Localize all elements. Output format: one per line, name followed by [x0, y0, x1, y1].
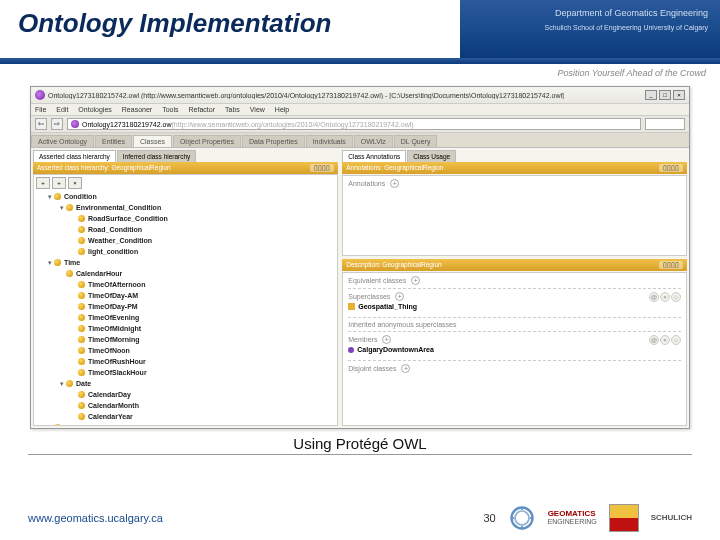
class-label: Condition — [64, 191, 97, 202]
logo-main-text: GEOMATICS — [548, 509, 596, 518]
menu-view[interactable]: View — [250, 106, 265, 113]
class-bullet-icon — [78, 226, 85, 233]
menu-ontologies[interactable]: Ontologies — [78, 106, 111, 113]
nav-fwd-button[interactable]: ⇨ — [51, 118, 63, 130]
tree-node[interactable]: ▸Accident_Record — [36, 422, 335, 426]
edit-superclass-button[interactable]: @ — [649, 292, 659, 302]
add-sibling-button[interactable]: + — [36, 177, 50, 189]
class-bullet-icon — [54, 193, 61, 200]
delete-class-button[interactable]: × — [68, 177, 82, 189]
tab-data-properties[interactable]: Data Properties — [242, 135, 305, 147]
tree-node[interactable]: CalendarYear — [36, 411, 335, 422]
tab-class-annotations[interactable]: Class Annotations — [342, 150, 406, 162]
edit-member-button[interactable]: @ — [649, 335, 659, 345]
class-label: CalendarYear — [88, 411, 133, 422]
remove-superclass-button[interactable]: × — [660, 292, 670, 302]
tree-node[interactable]: CalendarMonth — [36, 400, 335, 411]
tab-inferred-hierarchy[interactable]: Inferred class hierarchy — [117, 150, 197, 162]
class-label: CalendarHour — [76, 268, 122, 279]
search-input[interactable] — [645, 118, 685, 130]
tree-node[interactable]: Road_Condition — [36, 224, 335, 235]
tree-node[interactable]: TimeOfDay-PM — [36, 301, 335, 312]
add-equivalent-button[interactable]: + — [411, 276, 420, 285]
tree-node[interactable]: CalendarDay — [36, 389, 335, 400]
expand-icon[interactable]: ▾ — [58, 378, 66, 389]
tab-owlviz[interactable]: OWLViz — [354, 135, 393, 147]
tree-node[interactable]: RoadSurface_Condition — [36, 213, 335, 224]
superclasses-label: Superclasses — [348, 293, 390, 300]
expand-icon[interactable]: ▸ — [46, 422, 54, 426]
toolbar: ⇦ ⇨ Ontology1273180219742.ow (http://www… — [31, 116, 689, 133]
info-superclass-button[interactable]: ○ — [671, 292, 681, 302]
annotation-tabs: Class Annotations Class Usage — [342, 150, 687, 162]
class-tree[interactable]: ▾Condition▾Environmental_ConditionRoadSu… — [36, 191, 335, 426]
add-member-button[interactable]: + — [382, 335, 391, 344]
class-label: TimeOfMorning — [88, 334, 140, 345]
member-value[interactable]: CalgaryDowntownArea — [348, 346, 434, 353]
tree-node[interactable]: ▾Condition — [36, 191, 335, 202]
class-label: Date — [76, 378, 91, 389]
disjoint-classes-label: Disjoint classes — [348, 365, 396, 372]
tree-node[interactable]: TimeOfSlackHour — [36, 367, 335, 378]
ann-view-badge[interactable]: ▯▯▯▯ — [659, 164, 683, 172]
menu-tools[interactable]: Tools — [162, 106, 178, 113]
tab-classes[interactable]: Classes — [133, 135, 172, 147]
footer: www.geomatics.ucalgary.ca 30 GEOMATICS E… — [0, 504, 720, 532]
superclass-value[interactable]: Geospatial_Thing — [348, 303, 417, 310]
minimize-button[interactable]: _ — [645, 90, 657, 100]
svg-point-1 — [515, 511, 529, 525]
app-icon — [35, 90, 45, 100]
add-disjoint-button[interactable]: + — [401, 364, 410, 373]
expand-icon[interactable]: ▾ — [46, 257, 54, 268]
menu-help[interactable]: Help — [275, 106, 289, 113]
add-superclass-button[interactable]: + — [395, 292, 404, 301]
tree-node[interactable]: CalendarHour — [36, 268, 335, 279]
tab-entities[interactable]: Entities — [95, 135, 132, 147]
menu-refactor[interactable]: Refactor — [189, 106, 215, 113]
class-bullet-icon — [78, 215, 85, 222]
add-child-button[interactable]: + — [52, 177, 66, 189]
tree-node[interactable]: ▾Date — [36, 378, 335, 389]
menu-tabs[interactable]: Tabs — [225, 106, 240, 113]
tree-node[interactable]: TimeOfMidnight — [36, 323, 335, 334]
class-label: TimeOfSlackHour — [88, 367, 147, 378]
tab-object-properties[interactable]: Object Properties — [173, 135, 241, 147]
expand-icon[interactable]: ▾ — [46, 191, 54, 202]
tree-node[interactable]: Weather_Condition — [36, 235, 335, 246]
address-bar[interactable]: Ontology1273180219742.ow (http://www.sem… — [67, 118, 641, 130]
tree-node[interactable]: TimeOfAfternoon — [36, 279, 335, 290]
tree-node[interactable]: TimeOfNoon — [36, 345, 335, 356]
tab-active-ontology[interactable]: Active Ontology — [31, 135, 94, 147]
expand-icon[interactable]: ▾ — [58, 202, 66, 213]
nav-back-button[interactable]: ⇦ — [35, 118, 47, 130]
annotations-panel: Annotations + — [342, 175, 687, 256]
tab-class-usage[interactable]: Class Usage — [407, 150, 456, 162]
menu-file[interactable]: File — [35, 106, 46, 113]
tree-node[interactable]: ▾Environmental_Condition — [36, 202, 335, 213]
class-label: Environmental_Condition — [76, 202, 161, 213]
class-label: TimeOfEvening — [88, 312, 139, 323]
annotations-header-title: Annotations: GeographicalRegion — [346, 164, 443, 172]
desc-view-badge[interactable]: ▯▯▯▯ — [659, 261, 683, 269]
tab-dl-query[interactable]: DL Query — [394, 135, 438, 147]
tree-node[interactable]: TimeOfRushHour — [36, 356, 335, 367]
tab-individuals[interactable]: Individuals — [306, 135, 353, 147]
tree-node[interactable]: TimeOfDay-AM — [36, 290, 335, 301]
tree-node[interactable]: TimeOfMorning — [36, 334, 335, 345]
menu-reasoner[interactable]: Reasoner — [122, 106, 152, 113]
main-tabstrip: Active Ontology Entities Classes Object … — [31, 133, 689, 148]
remove-member-button[interactable]: × — [660, 335, 670, 345]
close-button[interactable]: × — [673, 90, 685, 100]
info-member-button[interactable]: ○ — [671, 335, 681, 345]
maximize-button[interactable]: □ — [659, 90, 671, 100]
class-label: RoadSurface_Condition — [88, 213, 168, 224]
tree-node[interactable]: TimeOfEvening — [36, 312, 335, 323]
menu-edit[interactable]: Edit — [56, 106, 68, 113]
tab-asserted-hierarchy[interactable]: Asserted class hierarchy — [33, 150, 116, 162]
add-annotation-button[interactable]: + — [390, 179, 399, 188]
page-number: 30 — [483, 512, 495, 524]
tree-node[interactable]: light_condition — [36, 246, 335, 257]
panel-view-badge[interactable]: ▯▯▯▯ — [310, 164, 334, 172]
class-bullet-icon — [78, 336, 85, 343]
tree-node[interactable]: ▾Time — [36, 257, 335, 268]
